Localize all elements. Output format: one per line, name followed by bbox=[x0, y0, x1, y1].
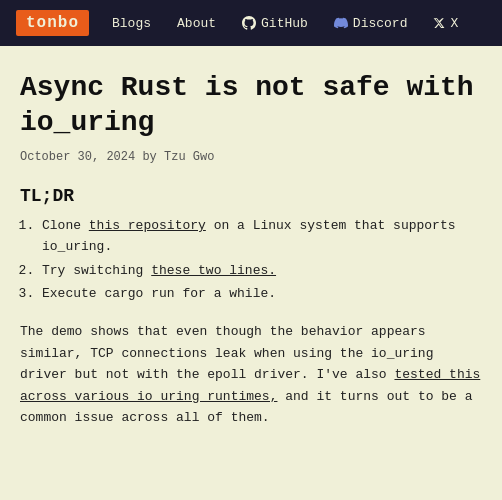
tldr-heading: TL;DR bbox=[20, 186, 482, 206]
list-item-1-prefix: Clone bbox=[42, 218, 89, 233]
nav-item-blogs[interactable]: Blogs bbox=[101, 11, 162, 36]
nav-blogs-label: Blogs bbox=[112, 16, 151, 31]
list-item: Execute cargo run for a while. bbox=[42, 284, 482, 305]
nav-item-github[interactable]: GitHub bbox=[231, 11, 319, 36]
discord-icon bbox=[334, 16, 348, 30]
nav-item-x[interactable]: X bbox=[422, 11, 469, 36]
tldr-list: Clone this repository on a Linux system … bbox=[42, 216, 482, 305]
list-item: Clone this repository on a Linux system … bbox=[42, 216, 482, 258]
logo-box: tonbo bbox=[16, 10, 89, 36]
list-item-2-prefix: Try switching bbox=[42, 263, 151, 278]
list-item: Try switching these two lines. bbox=[42, 261, 482, 282]
nav-github-label: GitHub bbox=[261, 16, 308, 31]
x-icon bbox=[433, 17, 445, 29]
nav-item-about[interactable]: About bbox=[166, 11, 227, 36]
list-item-2-link[interactable]: these two lines. bbox=[151, 263, 276, 278]
logo-text: tonbo bbox=[26, 14, 79, 32]
paragraph-text-1: The demo shows that even though the beha… bbox=[20, 324, 433, 382]
list-item-3-text: Execute cargo run for a while. bbox=[42, 286, 276, 301]
nav-about-label: About bbox=[177, 16, 216, 31]
nav-discord-label: Discord bbox=[353, 16, 408, 31]
article-paragraph: The demo shows that even though the beha… bbox=[20, 321, 482, 428]
nav-x-label: X bbox=[450, 16, 458, 31]
site-header: tonbo Blogs About GitHub Discord bbox=[0, 0, 502, 46]
article-meta: October 30, 2024 by Tzu Gwo bbox=[20, 150, 482, 164]
nav-bar: Blogs About GitHub Discord bbox=[101, 11, 469, 36]
main-content: Async Rust is not safe with io_uring Oct… bbox=[0, 46, 502, 448]
article-title: Async Rust is not safe with io_uring bbox=[20, 70, 482, 140]
github-icon bbox=[242, 16, 256, 30]
list-item-1-link[interactable]: this repository bbox=[89, 218, 206, 233]
nav-item-discord[interactable]: Discord bbox=[323, 11, 419, 36]
